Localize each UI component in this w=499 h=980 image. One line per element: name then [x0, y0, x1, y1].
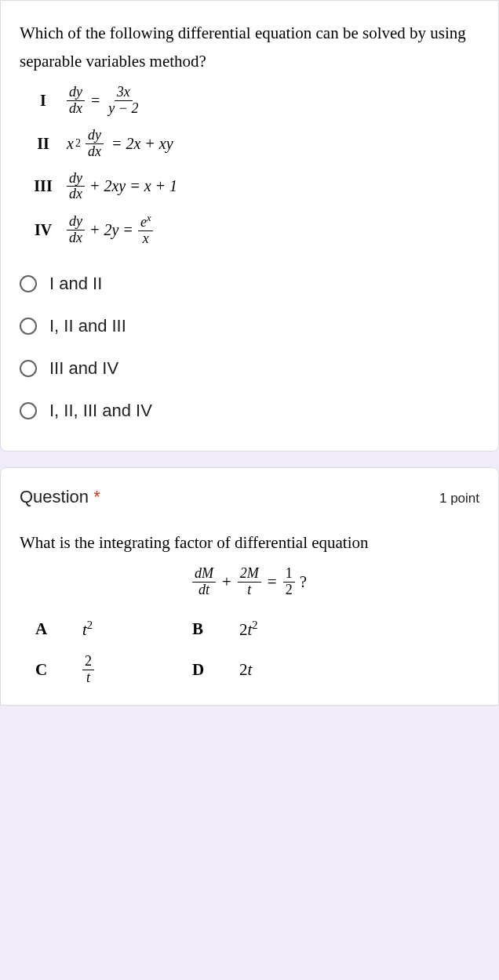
- eq-text: + 2y =: [89, 221, 133, 239]
- equation-body: dy dx + 2xy = x + 1: [67, 171, 177, 203]
- option-c[interactable]: III and IV: [20, 347, 479, 390]
- option-label: I, II and III: [49, 316, 126, 336]
- answer-value-a: t2: [82, 619, 192, 640]
- option-d[interactable]: I, II, III and IV: [20, 390, 479, 432]
- answer-label-c: C: [35, 660, 82, 680]
- eq-numerator: 1: [283, 566, 295, 583]
- eq-text: ?: [300, 572, 307, 592]
- option-label: I, II, III and IV: [49, 401, 152, 421]
- question-header: Question * 1 point: [20, 487, 479, 507]
- eq-sup: 2: [252, 619, 257, 631]
- eq-text: 2: [239, 660, 248, 679]
- option-label: III and IV: [49, 358, 118, 379]
- option-b[interactable]: I, II and III: [20, 305, 479, 347]
- eq-equals: =: [91, 92, 100, 110]
- eq-text: =: [268, 572, 277, 592]
- eq-denominator: y − 2: [106, 101, 140, 117]
- radio-icon: [20, 360, 37, 377]
- question-card-1: Which of the following differential equa…: [0, 0, 499, 452]
- eq-text: = 2x + xy: [111, 135, 173, 153]
- eq-text: + 2xy = x + 1: [89, 177, 177, 195]
- equation-label: II: [20, 135, 67, 153]
- equation-table: I dy dx = 3x y − 2 II x2 dy dx: [20, 85, 479, 246]
- radio-icon: [20, 318, 37, 335]
- eq-numerator: 2M: [238, 566, 261, 583]
- question-prompt: Which of the following differential equa…: [20, 20, 479, 75]
- eq-text: +: [222, 572, 231, 592]
- equation-body: dM dt + 2M t = 1 2 ?: [20, 566, 479, 598]
- eq-numerator: 2: [82, 654, 94, 670]
- question-title-text: Question: [20, 487, 89, 506]
- answer-grid: A t2 B 2t2 C 2 t D 2t: [35, 619, 479, 686]
- answer-label-d: D: [192, 660, 239, 680]
- answer-label-a: A: [35, 619, 82, 639]
- eq-numerator: 3x: [115, 85, 133, 101]
- eq-numerator: dM: [192, 566, 216, 583]
- eq-denominator: dx: [67, 187, 85, 202]
- eq-text: t: [248, 660, 253, 679]
- eq-denominator: x: [140, 231, 151, 247]
- eq-denominator: 2: [283, 583, 295, 598]
- equation-row-1: I dy dx = 3x y − 2: [20, 85, 479, 117]
- equation-body: dy dx = 3x y − 2: [67, 85, 140, 117]
- equation-label: IV: [20, 221, 67, 239]
- eq-text: e: [140, 214, 147, 230]
- equation-row-2: II x2 dy dx = 2x + xy: [20, 128, 479, 160]
- required-star-icon: *: [93, 487, 100, 506]
- eq-denominator: dx: [67, 230, 85, 246]
- answer-label-b: B: [192, 619, 239, 639]
- eq-numerator: dy: [67, 214, 85, 230]
- eq-denominator: t: [245, 583, 253, 598]
- eq-sup: 2: [75, 137, 81, 150]
- eq-denominator: dx: [67, 101, 85, 117]
- question-card-2: Question * 1 point What is the integrati…: [0, 467, 499, 706]
- question-prompt: What is the integrating factor of differ…: [20, 529, 479, 557]
- eq-text: x: [67, 135, 74, 153]
- question-prompt-text: What is the integrating factor of differ…: [20, 533, 369, 552]
- eq-denominator: t: [84, 670, 93, 686]
- eq-text: 2M: [240, 565, 259, 581]
- option-label: I and II: [49, 274, 102, 294]
- eq-numerator: dy: [67, 85, 85, 101]
- question-points: 1 point: [439, 491, 479, 506]
- radio-icon: [20, 275, 37, 292]
- equation-body: x2 dy dx = 2x + xy: [67, 128, 173, 160]
- equation-body: dy dx + 2y = ex x: [67, 213, 153, 247]
- options-group: I and II I, II and III III and IV I, II,…: [20, 263, 479, 432]
- equation-row-3: III dy dx + 2xy = x + 1: [20, 171, 479, 203]
- eq-numerator: dy: [67, 171, 85, 187]
- equation-label: I: [20, 92, 67, 110]
- equation-row-4: IV dy dx + 2y = ex x: [20, 213, 479, 247]
- eq-sup: x: [147, 212, 151, 223]
- eq-numerator: ex: [138, 213, 154, 231]
- option-a[interactable]: I and II: [20, 263, 479, 305]
- eq-text: 2: [239, 620, 248, 639]
- eq-numerator: dy: [86, 128, 104, 144]
- eq-denominator: dx: [86, 144, 104, 160]
- question-title: Question *: [20, 487, 100, 507]
- eq-sup: 2: [87, 619, 93, 631]
- radio-icon: [20, 402, 37, 419]
- answer-value-d: 2t: [239, 660, 349, 680]
- answer-value-c: 2 t: [82, 654, 192, 686]
- answer-value-b: 2t2: [239, 619, 349, 640]
- eq-text: 3x: [117, 84, 130, 100]
- equation-label: III: [20, 177, 67, 195]
- eq-denominator: dt: [196, 583, 212, 598]
